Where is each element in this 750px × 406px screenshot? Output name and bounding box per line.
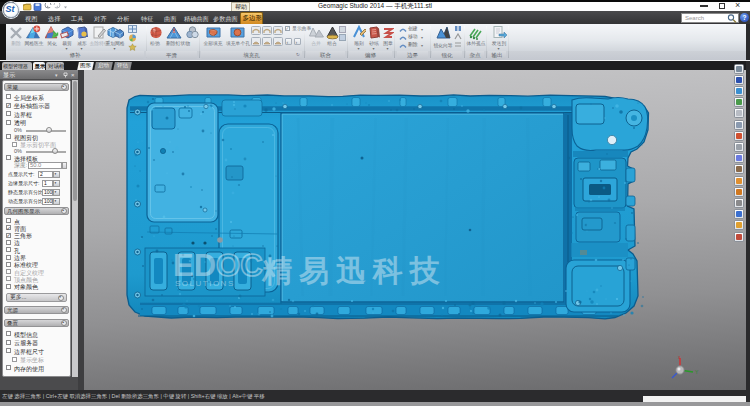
svg-text:精易迅科技: 精易迅科技 — [261, 254, 447, 287]
svg-text:SOLUTIONS: SOLUTIONS — [175, 279, 235, 288]
svg-text:EDOC: EDOC — [173, 248, 263, 283]
